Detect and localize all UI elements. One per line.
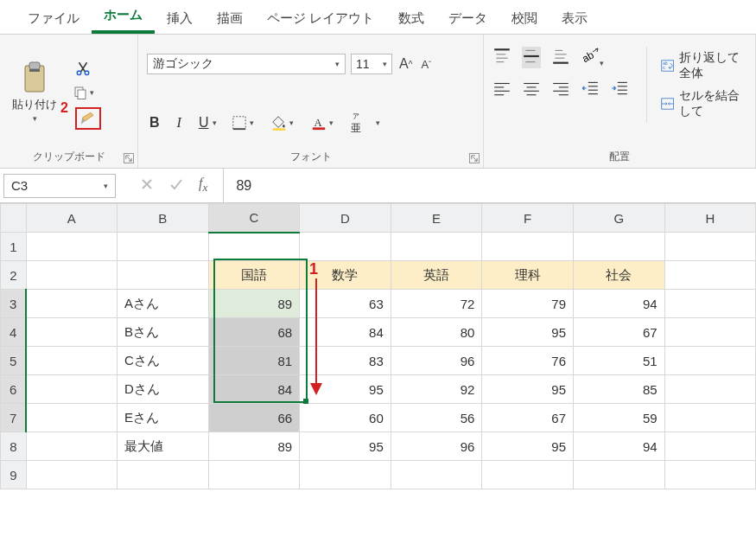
cell-B4[interactable]: Bさん (117, 318, 208, 347)
tab-data[interactable]: データ (436, 3, 499, 34)
tab-view[interactable]: 表示 (550, 3, 600, 34)
select-all-corner[interactable] (1, 204, 27, 233)
row-header-3[interactable]: 3 (1, 290, 27, 318)
cell-G4[interactable]: 67 (574, 318, 665, 347)
font-family-select[interactable]: 游ゴシック ▾ (147, 54, 346, 74)
enter-formula-button[interactable] (169, 177, 183, 194)
fill-color-button[interactable]: ▾ (269, 113, 296, 132)
spreadsheet[interactable]: A B C D E F G H 1 2 国語 数学 英語 理科 社会 3 Aさん… (0, 203, 756, 489)
cell-C3[interactable]: 89 (208, 290, 300, 318)
row-header-5[interactable]: 5 (1, 347, 27, 375)
cancel-formula-button[interactable] (140, 177, 154, 194)
cell-B3[interactable]: Aさん (117, 290, 208, 318)
align-center-button[interactable] (522, 79, 541, 100)
cell-G3[interactable]: 94 (574, 290, 665, 318)
italic-button[interactable]: I (175, 113, 184, 132)
align-right-button[interactable] (551, 79, 570, 100)
increase-indent-button[interactable] (610, 79, 629, 100)
paste-button[interactable]: 貼り付け ▾ (9, 59, 60, 125)
decrease-font-size-button[interactable]: Aˇ (419, 56, 433, 73)
cell-F3[interactable]: 79 (482, 290, 574, 318)
cell-C6[interactable]: 84 (208, 375, 300, 404)
cell-B6[interactable]: Dさん (117, 375, 208, 404)
clipboard-dialog-launcher[interactable] (124, 153, 134, 163)
row-header-7[interactable]: 7 (1, 404, 27, 432)
col-header-F[interactable]: F (482, 204, 574, 233)
tab-home[interactable]: ホーム (92, 0, 155, 34)
align-middle-button[interactable] (522, 47, 541, 68)
cell-B8[interactable]: 最大値 (117, 432, 208, 461)
col-header-D[interactable]: D (300, 204, 391, 233)
font-size-select[interactable]: 11 ▾ (351, 54, 392, 74)
cell-F5[interactable]: 76 (482, 347, 574, 375)
cell-E6[interactable]: 92 (391, 375, 482, 404)
cell-E8[interactable]: 96 (391, 432, 482, 461)
cell-C2[interactable]: 国語 (208, 261, 300, 290)
cell-G7[interactable]: 59 (574, 404, 665, 432)
tab-review[interactable]: 校閲 (499, 3, 550, 34)
align-bottom-button[interactable] (551, 47, 570, 68)
chevron-down-icon[interactable]: ▾ (376, 118, 380, 127)
cell-C8[interactable]: 89 (208, 432, 300, 461)
font-dialog-launcher[interactable] (469, 153, 480, 163)
formula-input[interactable]: 89 (223, 169, 756, 202)
cell-B7[interactable]: Eさん (117, 404, 208, 432)
cell-D4[interactable]: 84 (300, 318, 391, 347)
merge-cells-button[interactable]: セルを結合して (659, 85, 746, 123)
font-color-button[interactable]: A ▾ (308, 113, 336, 132)
col-header-H[interactable]: H (664, 204, 755, 233)
align-left-button[interactable] (492, 79, 511, 100)
cell-F4[interactable]: 95 (482, 318, 574, 347)
align-top-button[interactable] (492, 47, 511, 68)
cell-G8[interactable]: 94 (574, 432, 665, 461)
row-header-8[interactable]: 8 (1, 432, 27, 461)
row-header-6[interactable]: 6 (1, 375, 27, 404)
cell-D8[interactable]: 95 (300, 432, 391, 461)
tab-draw[interactable]: 描画 (205, 3, 255, 34)
cell-D6[interactable]: 95 (300, 375, 391, 404)
cell-G2[interactable]: 社会 (574, 261, 665, 290)
decrease-indent-button[interactable] (581, 79, 600, 100)
format-painter-button[interactable] (75, 107, 101, 130)
col-header-E[interactable]: E (391, 204, 482, 233)
border-button[interactable]: ▾ (229, 113, 257, 132)
cell-G6[interactable]: 85 (574, 375, 665, 404)
col-header-C[interactable]: C (208, 204, 300, 233)
cell-D5[interactable]: 83 (300, 347, 391, 375)
cell-C4[interactable]: 68 (208, 318, 300, 347)
tab-insert[interactable]: 挿入 (155, 3, 205, 34)
cell-E4[interactable]: 80 (391, 318, 482, 347)
cell-G5[interactable]: 51 (574, 347, 665, 375)
cell-D7[interactable]: 60 (300, 404, 391, 432)
cell-C5[interactable]: 81 (208, 347, 300, 375)
cell-B5[interactable]: Cさん (117, 347, 208, 375)
cell-E2[interactable]: 英語 (391, 261, 482, 290)
cell-C7[interactable]: 66 (208, 404, 300, 432)
insert-function-button[interactable]: fx (199, 176, 207, 195)
bold-button[interactable]: B (147, 113, 162, 132)
cell-F7[interactable]: 67 (482, 404, 574, 432)
col-header-G[interactable]: G (574, 204, 665, 233)
cell-E3[interactable]: 72 (391, 290, 482, 318)
cell-D3[interactable]: 63 (300, 290, 391, 318)
row-header-2[interactable]: 2 (1, 261, 27, 290)
cell-F8[interactable]: 95 (482, 432, 574, 461)
name-box[interactable]: C3 ▾ (3, 174, 116, 198)
increase-font-size-button[interactable]: A^ (397, 54, 414, 74)
col-header-A[interactable]: A (26, 204, 117, 233)
copy-button[interactable]: ▾ (70, 83, 97, 102)
row-header-9[interactable]: 9 (1, 461, 27, 489)
cell-E5[interactable]: 96 (391, 347, 482, 375)
cell-E7[interactable]: 56 (391, 404, 482, 432)
row-header-4[interactable]: 4 (1, 318, 27, 347)
cell-D2[interactable]: 数学 (300, 261, 391, 290)
phonetic-guide-button[interactable]: ア 亜 (348, 111, 364, 134)
tab-file[interactable]: ファイル (16, 3, 92, 34)
underline-button[interactable]: U (196, 113, 212, 132)
row-header-1[interactable]: 1 (1, 233, 27, 261)
chevron-down-icon[interactable]: ▾ (213, 118, 217, 127)
wrap-text-button[interactable]: abc 折り返して全体 (659, 47, 746, 85)
tab-page-layout[interactable]: ページ レイアウト (255, 3, 386, 34)
cell-F2[interactable]: 理科 (482, 261, 574, 290)
orientation-button[interactable]: ab▾ (581, 47, 604, 68)
